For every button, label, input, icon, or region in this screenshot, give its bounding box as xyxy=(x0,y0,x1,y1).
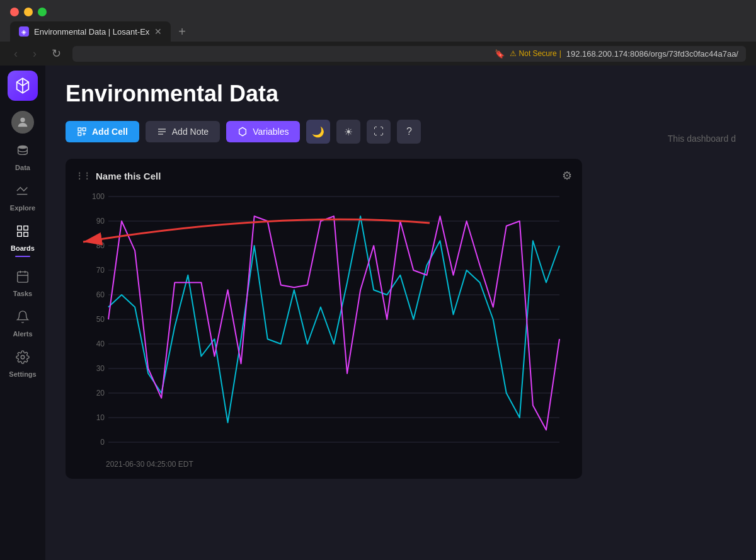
svg-rect-6 xyxy=(24,232,28,236)
fullscreen-button[interactable]: ⛶ xyxy=(367,120,391,144)
add-cell-button[interactable]: Add Cell xyxy=(66,121,139,142)
new-tab-button[interactable]: + xyxy=(173,22,191,42)
svg-rect-4 xyxy=(24,226,28,230)
sidebar-item-alerts[interactable]: Alerts xyxy=(3,305,43,343)
dark-mode-icon: 🌙 xyxy=(312,126,324,138)
sidebar-label-explore: Explore xyxy=(10,204,35,212)
data-icon xyxy=(16,144,30,161)
active-tab[interactable]: ◈ Environmental Data | Losant-Ex ✕ xyxy=(10,21,171,42)
minimize-button[interactable] xyxy=(24,8,33,16)
svg-rect-7 xyxy=(18,272,28,283)
svg-point-1 xyxy=(18,146,28,149)
chart-container xyxy=(76,190,572,455)
add-note-label: Add Note xyxy=(172,127,209,137)
variables-button[interactable]: Variables xyxy=(226,121,300,142)
tab-close-button[interactable]: ✕ xyxy=(154,26,162,37)
address-bar[interactable]: 🔖 ⚠ Not Secure | 192.168.200.174:8086/or… xyxy=(72,46,746,62)
maximize-button[interactable] xyxy=(38,8,47,16)
boards-icon xyxy=(16,224,30,242)
main-content: Environmental Data Add Cell Add Note xyxy=(45,66,756,560)
tab-bar: ◈ Environmental Data | Losant-Ex ✕ + xyxy=(0,21,756,42)
sidebar-label-settings: Settings xyxy=(9,370,36,378)
forward-button[interactable]: › xyxy=(29,46,40,62)
chart-cell: ⋮⋮ Name this Cell ⚙ 2021-06-30 04:25:00 … xyxy=(66,159,582,479)
alerts-icon xyxy=(16,310,30,328)
add-note-icon xyxy=(157,127,167,137)
app-logo[interactable] xyxy=(8,71,38,101)
sidebar-item-settings[interactable]: Settings xyxy=(3,345,43,383)
drag-handle-icon[interactable]: ⋮⋮ xyxy=(76,171,91,180)
svg-rect-5 xyxy=(18,232,21,236)
variables-label: Variables xyxy=(253,127,289,137)
tab-title: Environmental Data | Losant-Ex xyxy=(34,27,149,37)
tab-favicon: ◈ xyxy=(19,26,29,37)
url-text: 192.168.200.174:8086/orgs/73fd3c0fac44a7… xyxy=(566,49,738,59)
svg-point-11 xyxy=(21,355,25,359)
sidebar-label-alerts: Alerts xyxy=(13,330,32,338)
toolbar: Add Cell Add Note Variables 🌙 ☀ xyxy=(66,120,736,144)
close-button[interactable] xyxy=(10,8,19,16)
dark-mode-button[interactable]: 🌙 xyxy=(306,120,330,144)
svg-rect-14 xyxy=(78,132,81,135)
svg-rect-13 xyxy=(83,128,86,131)
light-mode-button[interactable]: ☀ xyxy=(336,120,360,144)
variables-icon xyxy=(238,127,248,137)
fullscreen-icon: ⛶ xyxy=(374,126,384,137)
add-cell-label: Add Cell xyxy=(92,127,128,137)
sidebar-label-data: Data xyxy=(15,164,30,171)
sidebar-item-avatar[interactable] xyxy=(11,111,34,134)
settings-icon xyxy=(16,350,30,368)
svg-rect-3 xyxy=(18,226,21,230)
sidebar-label-boards: Boards xyxy=(11,244,35,252)
cell-title-text: Name this Cell xyxy=(96,171,161,181)
cell-title: ⋮⋮ Name this Cell xyxy=(76,171,161,181)
cell-settings-icon[interactable]: ⚙ xyxy=(562,169,572,183)
warning-icon: ⚠ xyxy=(510,49,517,58)
help-button[interactable]: ? xyxy=(397,120,421,144)
light-mode-icon: ☀ xyxy=(344,126,353,138)
not-secure-text: Not Secure xyxy=(519,49,557,58)
back-button[interactable]: ‹ xyxy=(10,46,21,62)
explore-icon xyxy=(16,184,30,202)
dashboard-hint: This dashboard d xyxy=(668,134,736,144)
app-container: Data Explore Boards xyxy=(0,66,756,560)
help-icon: ? xyxy=(406,126,412,137)
page-title: Environmental Data xyxy=(66,81,736,107)
sidebar-label-tasks: Tasks xyxy=(13,290,32,297)
svg-point-0 xyxy=(20,118,25,122)
cell-header: ⋮⋮ Name this Cell ⚙ xyxy=(76,169,572,183)
bookmark-icon[interactable]: 🔖 xyxy=(495,49,505,59)
chart-x-label: 2021-06-30 04:25:00 EDT xyxy=(76,460,572,469)
add-cell-icon xyxy=(77,127,87,137)
address-bar-row: ‹ › ↻ 🔖 ⚠ Not Secure | 192.168.200.174:8… xyxy=(0,42,756,66)
tasks-icon xyxy=(16,270,30,287)
add-note-button[interactable]: Add Note xyxy=(146,121,220,142)
traffic-lights xyxy=(0,0,756,21)
line-chart xyxy=(76,190,572,455)
svg-rect-12 xyxy=(78,128,81,131)
sidebar-item-explore[interactable]: Explore xyxy=(3,179,43,217)
sidebar-item-data[interactable]: Data xyxy=(3,139,43,176)
reload-button[interactable]: ↻ xyxy=(48,45,65,62)
browser-chrome: ◈ Environmental Data | Losant-Ex ✕ + ‹ ›… xyxy=(0,0,756,66)
not-secure-indicator: ⚠ Not Secure | xyxy=(510,49,561,58)
sidebar-item-tasks[interactable]: Tasks xyxy=(3,265,43,302)
sidebar-item-boards[interactable]: Boards xyxy=(3,219,43,262)
sidebar: Data Explore Boards xyxy=(0,66,45,560)
address-separator: | xyxy=(559,49,561,58)
